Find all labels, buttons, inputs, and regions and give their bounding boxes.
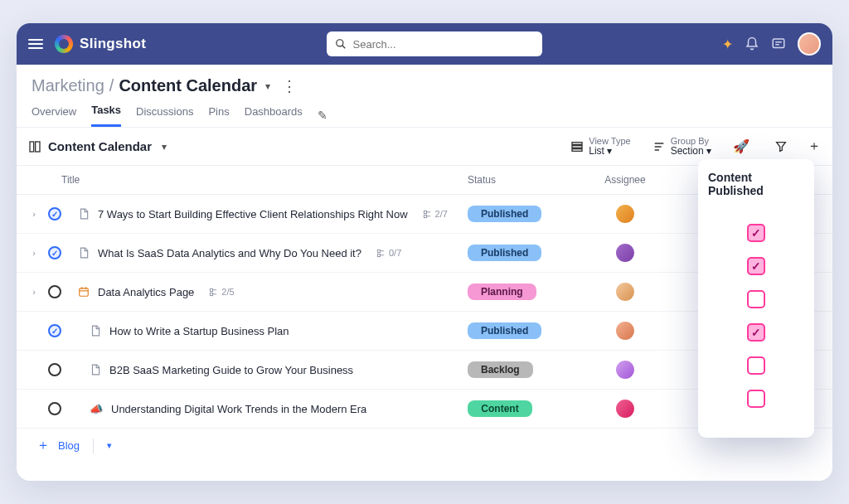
tab-tasks[interactable]: Tasks bbox=[91, 104, 121, 127]
svg-rect-12 bbox=[424, 215, 426, 217]
svg-rect-5 bbox=[572, 142, 582, 144]
status-badge: Published bbox=[468, 245, 541, 261]
bell-icon[interactable] bbox=[745, 36, 759, 51]
page-more-menu[interactable]: ⋮ bbox=[282, 77, 297, 95]
task-type-icon bbox=[90, 364, 101, 376]
logo-mark-icon bbox=[55, 35, 73, 53]
content-published-checkbox[interactable] bbox=[747, 224, 765, 242]
status-cell[interactable]: Published bbox=[468, 245, 575, 261]
list-icon bbox=[570, 140, 584, 153]
status-cell[interactable]: Published bbox=[468, 206, 575, 222]
search-box[interactable] bbox=[327, 32, 542, 56]
task-checkbox[interactable] bbox=[48, 402, 61, 415]
breadcrumb-separator: / bbox=[109, 76, 114, 95]
breadcrumb-parent[interactable]: Marketing bbox=[32, 76, 104, 95]
content-published-checkbox[interactable] bbox=[747, 257, 765, 275]
svg-rect-3 bbox=[30, 142, 34, 152]
svg-rect-6 bbox=[572, 145, 582, 148]
plus-icon: ＋ bbox=[36, 437, 50, 454]
task-checkbox[interactable] bbox=[48, 324, 61, 337]
status-cell[interactable]: Planning bbox=[468, 284, 575, 300]
view-type-value: List bbox=[589, 145, 604, 157]
status-badge: Content bbox=[468, 400, 532, 417]
content-published-checkbox[interactable] bbox=[747, 356, 765, 375]
svg-rect-15 bbox=[80, 288, 89, 296]
add-row-dropdown[interactable]: ▾ bbox=[107, 440, 112, 451]
user-avatar[interactable] bbox=[798, 32, 821, 56]
task-type-icon bbox=[78, 247, 90, 259]
column-assignee: Assignee bbox=[575, 174, 675, 186]
expand-icon[interactable]: › bbox=[28, 209, 40, 219]
status-badge: Published bbox=[468, 322, 541, 339]
task-title: Understanding Digital Work Trends in the… bbox=[111, 403, 366, 415]
status-cell[interactable]: Backlog bbox=[468, 361, 575, 378]
svg-rect-2 bbox=[773, 39, 784, 48]
subtask-count: 2/5 bbox=[209, 287, 234, 297]
svg-rect-20 bbox=[211, 293, 213, 295]
expand-icon[interactable]: › bbox=[28, 248, 40, 258]
search-input[interactable] bbox=[353, 38, 534, 51]
assignee-avatar bbox=[614, 242, 636, 264]
content-published-checkbox[interactable] bbox=[747, 390, 765, 408]
expand-icon[interactable]: › bbox=[28, 287, 40, 297]
topbar-actions: ✦ bbox=[722, 32, 821, 56]
task-type-icon bbox=[90, 325, 101, 337]
assignee-avatar bbox=[614, 281, 636, 303]
divider bbox=[93, 439, 94, 453]
column-status: Status bbox=[468, 174, 575, 186]
group-icon bbox=[653, 140, 666, 153]
task-type-icon bbox=[78, 208, 90, 220]
assignee-cell[interactable] bbox=[575, 320, 675, 342]
status-badge: Planning bbox=[468, 284, 536, 300]
edit-tabs-icon[interactable]: ✎ bbox=[318, 109, 327, 122]
status-badge: Published bbox=[468, 206, 541, 222]
assignee-cell[interactable] bbox=[575, 359, 675, 380]
task-title: 7 Ways to Start Building Effective Clien… bbox=[98, 208, 408, 220]
svg-rect-4 bbox=[36, 142, 40, 152]
assignee-cell[interactable] bbox=[575, 398, 675, 419]
content-published-panel: Content Published bbox=[698, 159, 814, 438]
list-title-dropdown[interactable]: ▾ bbox=[162, 141, 167, 153]
group-by-dropdown[interactable]: Group BySection ▾ bbox=[653, 136, 711, 157]
task-checkbox[interactable] bbox=[48, 246, 61, 259]
task-checkbox[interactable] bbox=[48, 207, 61, 220]
tab-pins[interactable]: Pins bbox=[208, 105, 229, 126]
task-type-icon bbox=[78, 286, 90, 298]
app-window: Slingshot ✦ Marketing / Content Calendar… bbox=[17, 23, 832, 481]
content-published-checkbox[interactable] bbox=[747, 323, 765, 342]
task-type-icon: 📣 bbox=[90, 402, 103, 415]
svg-line-1 bbox=[342, 46, 345, 49]
assignee-cell[interactable] bbox=[575, 203, 675, 225]
list-title: Content Calendar bbox=[48, 139, 152, 153]
app-name: Slingshot bbox=[80, 36, 146, 52]
svg-rect-19 bbox=[211, 288, 213, 291]
svg-rect-7 bbox=[572, 148, 582, 151]
task-title: How to Write a Startup Business Plan bbox=[109, 325, 289, 337]
status-cell[interactable]: Content bbox=[468, 400, 575, 417]
rocket-icon[interactable]: 🚀 bbox=[733, 138, 750, 154]
sparkle-icon[interactable]: ✦ bbox=[722, 36, 733, 52]
content-published-checkbox[interactable] bbox=[747, 290, 765, 308]
page-title-dropdown[interactable]: ▾ bbox=[265, 80, 270, 92]
assignee-cell[interactable] bbox=[575, 242, 675, 264]
view-type-dropdown[interactable]: View TypeList ▾ bbox=[570, 136, 630, 157]
topbar: Slingshot ✦ bbox=[17, 23, 832, 65]
content-published-title: Content Published bbox=[698, 169, 814, 209]
search-icon bbox=[335, 38, 347, 50]
menu-icon[interactable] bbox=[28, 39, 43, 49]
tab-discussions[interactable]: Discussions bbox=[136, 105, 193, 126]
filter-icon[interactable] bbox=[774, 140, 788, 153]
task-checkbox[interactable] bbox=[48, 363, 61, 376]
tab-bar: Overview Tasks Discussions Pins Dashboar… bbox=[17, 95, 832, 128]
assignee-avatar bbox=[614, 203, 636, 225]
app-logo[interactable]: Slingshot bbox=[55, 35, 146, 53]
task-checkbox[interactable] bbox=[48, 285, 61, 298]
assignee-avatar bbox=[614, 398, 636, 419]
chat-icon[interactable] bbox=[771, 36, 786, 51]
assignee-cell[interactable] bbox=[575, 281, 675, 303]
subtask-count: 0/7 bbox=[376, 248, 401, 258]
add-column-icon[interactable]: ＋ bbox=[808, 138, 821, 155]
tab-overview[interactable]: Overview bbox=[32, 105, 76, 126]
tab-dashboards[interactable]: Dashboards bbox=[245, 105, 303, 126]
status-cell[interactable]: Published bbox=[468, 322, 575, 339]
